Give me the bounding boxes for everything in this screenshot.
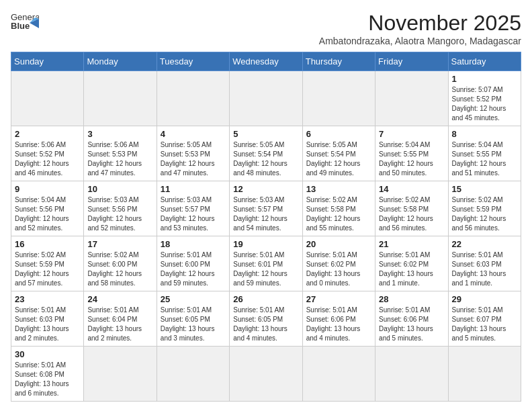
day-info: Sunrise: 5:01 AM Sunset: 6:05 PM Dayligh… [161, 306, 226, 343]
calendar-row: 16Sunrise: 5:02 AM Sunset: 5:59 PM Dayli… [11, 236, 521, 291]
day-info: Sunrise: 5:01 AM Sunset: 6:06 PM Dayligh… [306, 306, 371, 343]
day-info: Sunrise: 5:02 AM Sunset: 5:58 PM Dayligh… [379, 195, 444, 233]
day-info: Sunrise: 5:07 AM Sunset: 5:52 PM Dayligh… [452, 85, 517, 123]
table-row: 3Sunrise: 5:06 AM Sunset: 5:53 PM Daylig… [84, 126, 157, 181]
day-info: Sunrise: 5:01 AM Sunset: 6:07 PM Dayligh… [452, 306, 517, 343]
table-row: 30Sunrise: 5:01 AM Sunset: 6:08 PM Dayli… [11, 347, 84, 402]
day-info: Sunrise: 5:04 AM Sunset: 5:55 PM Dayligh… [379, 140, 444, 178]
calendar-row: 23Sunrise: 5:01 AM Sunset: 6:03 PM Dayli… [11, 291, 521, 347]
table-row: 7Sunrise: 5:04 AM Sunset: 5:55 PM Daylig… [375, 126, 448, 181]
day-info: Sunrise: 5:02 AM Sunset: 5:59 PM Dayligh… [452, 195, 517, 233]
day-info: Sunrise: 5:01 AM Sunset: 6:08 PM Dayligh… [15, 361, 80, 398]
table-row: 11Sunrise: 5:03 AM Sunset: 5:57 PM Dayli… [157, 181, 229, 236]
table-row: 24Sunrise: 5:01 AM Sunset: 6:04 PM Dayli… [84, 291, 157, 347]
day-number: 22 [452, 239, 517, 249]
month-title: November 2025 [319, 11, 521, 36]
table-row: 4Sunrise: 5:05 AM Sunset: 5:53 PM Daylig… [157, 126, 229, 181]
table-row: 28Sunrise: 5:01 AM Sunset: 6:06 PM Dayli… [375, 291, 448, 347]
day-number: 2 [15, 129, 80, 139]
day-info: Sunrise: 5:01 AM Sunset: 6:06 PM Dayligh… [379, 306, 444, 343]
day-number: 27 [306, 294, 371, 304]
day-info: Sunrise: 5:03 AM Sunset: 5:56 PM Dayligh… [87, 195, 152, 233]
day-number: 25 [161, 294, 226, 304]
table-row: 15Sunrise: 5:02 AM Sunset: 5:59 PM Dayli… [448, 181, 521, 236]
table-row [448, 347, 521, 402]
day-number: 20 [306, 239, 371, 249]
day-number: 18 [161, 239, 226, 249]
table-row: 16Sunrise: 5:02 AM Sunset: 5:59 PM Dayli… [11, 236, 84, 291]
day-number: 9 [15, 184, 80, 194]
header-sunday: Sunday [11, 52, 84, 71]
table-row: 6Sunrise: 5:05 AM Sunset: 5:54 PM Daylig… [302, 126, 375, 181]
day-info: Sunrise: 5:01 AM Sunset: 6:02 PM Dayligh… [306, 250, 371, 288]
table-row: 14Sunrise: 5:02 AM Sunset: 5:58 PM Dayli… [375, 181, 448, 236]
day-number: 28 [379, 294, 444, 304]
logo-icon: General Blue [11, 11, 39, 35]
day-info: Sunrise: 5:01 AM Sunset: 6:03 PM Dayligh… [15, 306, 80, 343]
table-row: 26Sunrise: 5:01 AM Sunset: 6:05 PM Dayli… [230, 291, 302, 347]
table-row: 10Sunrise: 5:03 AM Sunset: 5:56 PM Dayli… [84, 181, 157, 236]
table-row [375, 347, 448, 402]
table-row: 8Sunrise: 5:04 AM Sunset: 5:55 PM Daylig… [448, 126, 521, 181]
day-number: 10 [87, 184, 152, 194]
day-info: Sunrise: 5:04 AM Sunset: 5:55 PM Dayligh… [452, 140, 517, 178]
day-info: Sunrise: 5:03 AM Sunset: 5:57 PM Dayligh… [161, 195, 226, 233]
table-row [11, 71, 84, 126]
table-row: 18Sunrise: 5:01 AM Sunset: 6:00 PM Dayli… [157, 236, 229, 291]
table-row [230, 347, 302, 402]
day-info: Sunrise: 5:02 AM Sunset: 5:58 PM Dayligh… [306, 195, 371, 233]
day-info: Sunrise: 5:04 AM Sunset: 5:56 PM Dayligh… [15, 195, 80, 233]
table-row [84, 347, 157, 402]
table-row: 29Sunrise: 5:01 AM Sunset: 6:07 PM Dayli… [448, 291, 521, 347]
table-row [375, 71, 448, 126]
header-thursday: Thursday [302, 52, 375, 71]
day-number: 23 [15, 294, 80, 304]
table-row [157, 347, 229, 402]
day-number: 3 [87, 129, 152, 139]
calendar-row: 1Sunrise: 5:07 AM Sunset: 5:52 PM Daylig… [11, 71, 521, 126]
table-row [302, 71, 375, 126]
weekday-header-row: Sunday Monday Tuesday Wednesday Thursday… [11, 52, 521, 71]
day-number: 8 [452, 129, 517, 139]
table-row [157, 71, 229, 126]
table-row: 5Sunrise: 5:05 AM Sunset: 5:54 PM Daylig… [230, 126, 302, 181]
day-info: Sunrise: 5:02 AM Sunset: 6:00 PM Dayligh… [87, 250, 152, 288]
table-row: 22Sunrise: 5:01 AM Sunset: 6:03 PM Dayli… [448, 236, 521, 291]
calendar-table: Sunday Monday Tuesday Wednesday Thursday… [11, 52, 521, 402]
table-row: 23Sunrise: 5:01 AM Sunset: 6:03 PM Dayli… [11, 291, 84, 347]
location-subtitle: Ambatondrazaka, Alaotra Mangoro, Madagas… [319, 36, 521, 46]
table-row [302, 347, 375, 402]
title-area: November 2025 Ambatondrazaka, Alaotra Ma… [319, 11, 521, 46]
header: General Blue November 2025 Ambatondrazak… [11, 11, 521, 46]
day-info: Sunrise: 5:01 AM Sunset: 6:03 PM Dayligh… [452, 250, 517, 288]
day-info: Sunrise: 5:01 AM Sunset: 6:01 PM Dayligh… [233, 250, 298, 288]
table-row: 17Sunrise: 5:02 AM Sunset: 6:00 PM Dayli… [84, 236, 157, 291]
day-info: Sunrise: 5:02 AM Sunset: 5:59 PM Dayligh… [15, 250, 80, 288]
day-info: Sunrise: 5:05 AM Sunset: 5:54 PM Dayligh… [233, 140, 298, 178]
table-row [84, 71, 157, 126]
calendar-row: 30Sunrise: 5:01 AM Sunset: 6:08 PM Dayli… [11, 347, 521, 402]
day-info: Sunrise: 5:05 AM Sunset: 5:54 PM Dayligh… [306, 140, 371, 178]
table-row: 13Sunrise: 5:02 AM Sunset: 5:58 PM Dayli… [302, 181, 375, 236]
day-number: 6 [306, 129, 371, 139]
table-row: 20Sunrise: 5:01 AM Sunset: 6:02 PM Dayli… [302, 236, 375, 291]
svg-text:Blue: Blue [11, 21, 30, 31]
day-number: 7 [379, 129, 444, 139]
header-saturday: Saturday [448, 52, 521, 71]
day-number: 26 [233, 294, 298, 304]
day-number: 17 [87, 239, 152, 249]
day-info: Sunrise: 5:01 AM Sunset: 6:00 PM Dayligh… [161, 250, 226, 288]
day-info: Sunrise: 5:03 AM Sunset: 5:57 PM Dayligh… [233, 195, 298, 233]
table-row: 25Sunrise: 5:01 AM Sunset: 6:05 PM Dayli… [157, 291, 229, 347]
day-number: 12 [233, 184, 298, 194]
table-row: 2Sunrise: 5:06 AM Sunset: 5:52 PM Daylig… [11, 126, 84, 181]
day-info: Sunrise: 5:06 AM Sunset: 5:52 PM Dayligh… [15, 140, 80, 178]
day-number: 29 [452, 294, 517, 304]
header-monday: Monday [84, 52, 157, 71]
day-number: 30 [15, 349, 80, 359]
header-wednesday: Wednesday [230, 52, 302, 71]
day-number: 15 [452, 184, 517, 194]
table-row: 12Sunrise: 5:03 AM Sunset: 5:57 PM Dayli… [230, 181, 302, 236]
day-number: 21 [379, 239, 444, 249]
day-number: 19 [233, 239, 298, 249]
